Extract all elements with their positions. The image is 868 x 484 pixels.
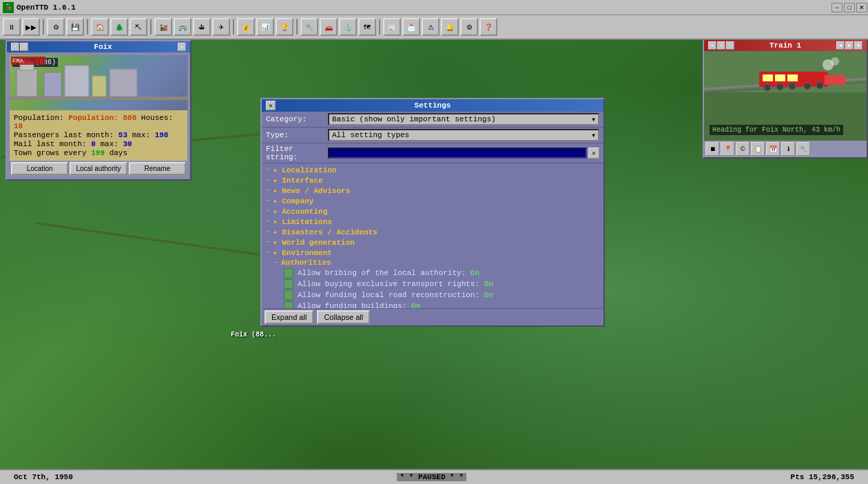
collapse-all-button[interactable]: Collapse all bbox=[317, 310, 370, 324]
help-button[interactable]: ❓ bbox=[479, 18, 497, 36]
tree-item-worldgen[interactable]: − ✦ World generation bbox=[265, 237, 601, 248]
roads-button[interactable]: 🚗 bbox=[320, 18, 338, 36]
sound-button[interactable]: 🔔 bbox=[441, 18, 459, 36]
train-title-bar: ✕ − □ Train 1 ◄ ► ⊕ bbox=[704, 40, 867, 51]
tree-setting-road-reconstruction[interactable]: Allow funding local road reconstruction:… bbox=[265, 290, 601, 301]
svg-point-19 bbox=[776, 83, 783, 90]
expand-icon: − bbox=[274, 259, 278, 267]
settings-button[interactable]: ⚙ bbox=[47, 18, 65, 36]
train-title-text: Train 1 bbox=[769, 41, 801, 50]
town-window-close[interactable]: ✕ bbox=[178, 43, 186, 51]
town-window-minimize[interactable]: − bbox=[11, 43, 19, 51]
app-icon: 🚂 bbox=[3, 2, 14, 13]
train-window-close[interactable]: ✕ bbox=[708, 41, 716, 50]
tree-item-interface[interactable]: − ✦ Interface bbox=[265, 175, 601, 185]
settings-close-button[interactable]: ✕ bbox=[266, 101, 276, 110]
tree-setting-fund-buildings[interactable]: Allow funding buildings: On bbox=[265, 301, 601, 308]
bus-button[interactable]: 🚌 bbox=[174, 18, 192, 36]
svg-point-18 bbox=[764, 84, 771, 91]
tree-item-localization[interactable]: − ✦ Localization bbox=[265, 165, 601, 175]
train-prev-button[interactable]: ◄ bbox=[836, 41, 845, 50]
tree-setting-transport-rights[interactable]: Allow buying exclusive transport rights:… bbox=[265, 279, 601, 290]
disasters-button[interactable]: ⚠ bbox=[422, 18, 440, 36]
checkbox-icon[interactable] bbox=[284, 301, 293, 308]
setting-label: Allow buying exclusive transport rights:… bbox=[298, 280, 493, 288]
svg-rect-15 bbox=[763, 74, 773, 81]
svg-text:FMA: FMA bbox=[12, 58, 24, 65]
land-button[interactable]: 🏠 bbox=[91, 18, 109, 36]
checkbox-icon[interactable] bbox=[284, 268, 293, 278]
svg-rect-17 bbox=[787, 74, 798, 81]
vehicles-button[interactable]: 🔧 bbox=[300, 18, 318, 36]
town-window: − □ Foix ✕ Foix (886) FMA bbox=[6, 40, 192, 181]
train-start-stop-button[interactable]: ⏹ bbox=[705, 142, 719, 156]
train-window-resize[interactable]: □ bbox=[726, 41, 734, 50]
expand-all-button[interactable]: Expand all bbox=[265, 310, 313, 324]
category-dropdown[interactable]: Basic (show only important settings) ▼ bbox=[328, 113, 599, 125]
town-thumbnail: Foix (886) FMA bbox=[10, 55, 187, 110]
tree-setting-bribe[interactable]: Allow bribing of the local authority: On bbox=[265, 268, 601, 279]
fast-forward-button[interactable]: ▶▶ bbox=[22, 18, 40, 36]
checkbox-icon[interactable] bbox=[284, 290, 293, 300]
train-details-button[interactable]: ℹ bbox=[781, 142, 795, 156]
pause-button[interactable]: ⏸ bbox=[3, 18, 21, 36]
tree-item-environment[interactable]: − ✦ Environment bbox=[265, 248, 601, 258]
settings-window: ✕ Settings Category: Basic (show only im… bbox=[260, 98, 605, 327]
train-timetable-button[interactable]: 📅 bbox=[766, 142, 780, 156]
tree-item-news[interactable]: − ✦ News / Advisors bbox=[265, 185, 601, 196]
checkbox-icon[interactable] bbox=[284, 279, 293, 289]
settings-title-bar: ✕ Settings bbox=[262, 99, 603, 112]
messages-button[interactable]: 📩 bbox=[402, 18, 420, 36]
maximize-button[interactable]: □ bbox=[844, 3, 855, 12]
industries-button[interactable]: 🗺 bbox=[358, 18, 376, 36]
train-window: ✕ − □ Train 1 ◄ ► ⊕ bbox=[703, 39, 868, 159]
airport-button[interactable]: ✈ bbox=[212, 18, 230, 36]
tree-category-label: ✦ Interface bbox=[273, 176, 323, 185]
news-button[interactable]: 📰 bbox=[383, 18, 401, 36]
save-button[interactable]: 💾 bbox=[66, 18, 84, 36]
mail-stat: Mail last month: 0 max: 30 bbox=[14, 140, 183, 148]
train-window-minimize[interactable]: − bbox=[717, 41, 725, 50]
tree-item-accounting[interactable]: − ✦ Accounting bbox=[265, 206, 601, 216]
expand-icon: − bbox=[266, 208, 270, 215]
tree-category-label: ✦ Localization bbox=[273, 165, 336, 174]
passengers-stat: Passengers last month: 53 max: 198 bbox=[14, 131, 183, 139]
train-clone-button[interactable]: © bbox=[736, 142, 750, 156]
terraform-button[interactable]: ⛏ bbox=[130, 18, 147, 36]
toolbar: ⏸ ▶▶ ⚙ 💾 🏠 🌲 ⛏ 🚂 🚌 ⛴ ✈ 💰 📊 🏆 🔧 🚗 ⚓ 🗺 📰 📩… bbox=[0, 15, 868, 40]
train-center-button[interactable]: ⊕ bbox=[854, 41, 862, 50]
tree-item-company[interactable]: − ✦ Company bbox=[265, 196, 601, 206]
local-authority-button[interactable]: Local authority bbox=[70, 162, 127, 175]
tree-item-authorities[interactable]: − Authorities bbox=[265, 258, 601, 268]
ports-button[interactable]: ⚓ bbox=[339, 18, 357, 36]
stats-button[interactable]: 📊 bbox=[256, 18, 274, 36]
type-dropdown[interactable]: All setting types ▼ bbox=[328, 129, 599, 141]
options-button[interactable]: ⚙ bbox=[460, 18, 478, 36]
score: Pts 15,296,355 bbox=[791, 473, 854, 481]
train-upgrade-button[interactable]: 🔧 bbox=[796, 142, 810, 156]
train-orders-button[interactable]: 📋 bbox=[751, 142, 765, 156]
train-title-buttons: ◄ ► ⊕ bbox=[836, 41, 862, 50]
trees-button[interactable]: 🌲 bbox=[110, 18, 128, 36]
minimize-button[interactable]: − bbox=[831, 3, 843, 12]
svg-rect-3 bbox=[65, 65, 89, 97]
tree-item-limitations[interactable]: − ✦ Limitations bbox=[265, 216, 601, 227]
train-center-map-button[interactable]: 📍 bbox=[721, 142, 734, 156]
train-build-button[interactable]: 🚂 bbox=[154, 18, 172, 36]
expand-icon: − bbox=[266, 249, 270, 256]
train-next-button[interactable]: ► bbox=[845, 41, 854, 50]
filter-input[interactable] bbox=[328, 148, 587, 159]
tree-category-label: ✦ Disasters / Accidents bbox=[273, 228, 378, 236]
town-window-resize[interactable]: □ bbox=[20, 43, 28, 51]
town-window-controls: − □ bbox=[11, 43, 28, 51]
finances-button[interactable]: 💰 bbox=[237, 18, 255, 36]
close-button[interactable]: ✕ bbox=[856, 3, 867, 12]
tree-item-disasters[interactable]: − ✦ Disasters / Accidents bbox=[265, 227, 601, 237]
location-button[interactable]: Location bbox=[11, 162, 68, 175]
filter-clear-button[interactable]: ✕ bbox=[588, 148, 599, 159]
settings-tree[interactable]: − ✦ Localization − ✦ Interface − ✦ News … bbox=[262, 163, 603, 308]
league-button[interactable]: 🏆 bbox=[276, 18, 293, 36]
grow-stat: Town grows every 199 days bbox=[14, 149, 183, 157]
ship-button[interactable]: ⛴ bbox=[193, 18, 211, 36]
rename-button[interactable]: Rename bbox=[129, 162, 186, 175]
